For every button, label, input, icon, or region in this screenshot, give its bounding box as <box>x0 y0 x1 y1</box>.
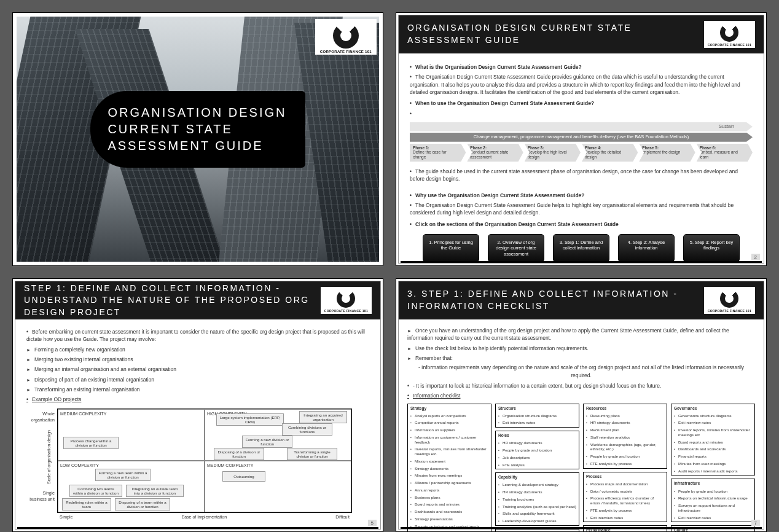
checklist-box: ProcessProcess maps and documentationDat… <box>583 472 667 523</box>
quad-box: Process change within a division or func… <box>63 437 119 449</box>
page-number: 5 <box>368 520 377 526</box>
logo-c-icon <box>333 23 359 49</box>
intro-text: Before embarking on current state assess… <box>26 328 369 343</box>
checklist-item: People by grade and location <box>498 448 576 453</box>
question-when: When to use the Organisation Design Curr… <box>410 100 753 107</box>
phase-arrow: Phase 3:Develop the high level design <box>525 144 581 162</box>
checklist-item: Competitor annual reports <box>410 420 488 425</box>
cover-title-box: ORGANISATION DESIGN CURRENT STATE ASSESS… <box>90 91 305 168</box>
checklist-item: Minutes from exec meetings <box>674 461 752 466</box>
nav-button[interactable]: 5. Step 3: Report key findings <box>683 234 740 262</box>
slide-header: ORGANISATION DESIGN CURRENT STATE ASSESS… <box>399 15 764 53</box>
checklist-item: Analyst reports on competitors <box>410 413 488 418</box>
quad-box: Forming a new division or function <box>242 436 292 448</box>
phase-arrow: Phase 2:Conduct current state assessment <box>467 144 523 162</box>
quad-box: Disposing of a team within a division or… <box>115 498 170 510</box>
project-type-bullet: Merging two existing internal organisati… <box>26 356 369 363</box>
checklist-item: Strategy documents <box>410 466 488 471</box>
checklist-column: StructureOrganisation structure diagrams… <box>495 404 579 533</box>
checklist-category-heading: Infrastructure <box>674 481 752 486</box>
checklist-item: FTE analysis <box>498 463 576 467</box>
brand-name: CORPORATE FINANCE 101 <box>708 43 751 47</box>
checklist-box: CapabilityLearning & development strateg… <box>495 472 579 526</box>
click-instruction: Click on the sections of the Organisatio… <box>410 221 753 228</box>
checklist-box: GovernanceGovernance structure diagramsE… <box>671 404 755 476</box>
checklist-item: Leadership development guides <box>498 518 576 523</box>
checklist-box: TalentHR strategy documentsLeadership tr… <box>495 529 579 532</box>
brand-logo-box: CORPORATE FINANCE 101 <box>315 19 377 55</box>
checklist-item: Resourcing plans <box>586 413 664 418</box>
slide-header: STEP 1: DEFINE AND COLLECT INFORMATION -… <box>15 281 380 319</box>
checklist-item: People by grade and location <box>674 489 752 494</box>
quad-box: Large system implementation (ERP, CRM) <box>216 413 284 426</box>
checklist-category-heading: Capability <box>498 475 576 480</box>
checklist-column: StrategyAnalyst reports on competitorsCo… <box>407 404 491 533</box>
checklist-item: Minutes from exec meetings <box>410 473 488 478</box>
slide-2-overview: ORGANISATION DESIGN CURRENT STATE ASSESS… <box>396 12 767 266</box>
checklist-item: Alliance / partnership agreements <box>410 480 488 485</box>
slide-header: 3. STEP 1: DEFINE AND COLLECT INFORMATIO… <box>399 281 764 319</box>
y-axis-bottom: Single business unit <box>26 490 55 503</box>
checklist-box: StructureOrganisation structure diagrams… <box>495 404 579 428</box>
checklist-item: Annual reports <box>410 488 488 493</box>
checklist-item: Mission statement <box>410 459 488 464</box>
checklist-item: Investor reports, minutes from sharehold… <box>674 428 752 437</box>
checklist-item: Exit interview notes <box>674 515 752 520</box>
nav-button[interactable]: 4. Step 2: Analyse information <box>618 234 675 262</box>
slide-3-step1-nature: STEP 1: DEFINE AND COLLECT INFORMATION -… <box>12 278 383 532</box>
checklist-item: Exit interview notes <box>586 515 664 520</box>
slide-title: ORGANISATION DESIGN CURRENT STATE ASSESS… <box>407 22 698 46</box>
example-heading: Example OD projects <box>26 396 369 403</box>
question-what: What is the Organisation Design Current … <box>410 63 753 71</box>
checklist-item: Dashboards and scorecards <box>674 447 752 452</box>
slide-1-cover: CORPORATE FINANCE 101 ORGANISATION DESIG… <box>12 12 383 266</box>
logo-c-icon <box>337 289 355 308</box>
checklist-item: HR strategy documents <box>498 440 576 445</box>
checklist-item: Board reports and minutes <box>410 502 488 507</box>
checklist-item: Staff retention analytics <box>586 435 664 440</box>
checklist-box: RolesHR strategy documentsPeople by grad… <box>495 431 579 469</box>
checklist-item: Workforce demographics (age, gender, eth… <box>586 442 664 452</box>
y-axis-top: Whole organisation <box>26 411 55 423</box>
project-type-bullet: Forming a completely new organisation <box>26 346 369 353</box>
sub-note-1: - Information requirements vary dependin… <box>407 364 755 379</box>
quad-box: Disposing of a division or function <box>214 448 264 460</box>
checklist-box: InfrastructurePeople by grade and locati… <box>671 479 755 522</box>
answer-why: The Organisation Design Current State As… <box>410 201 753 217</box>
slide-title: 3. STEP 1: DEFINE AND COLLECT INFORMATIO… <box>407 288 698 312</box>
checklist-category-heading: Process <box>586 474 664 479</box>
checklist-grid: StrategyAnalyst reports on competitorsCo… <box>407 404 755 533</box>
checklist-item: Exit interview notes <box>674 420 752 425</box>
project-type-bullet: Transforming an existing internal organi… <box>26 386 369 393</box>
bullet-remember: Remember that: <box>407 354 755 362</box>
checklist-item: Dashboards and scorecards <box>410 509 488 514</box>
checklist-item: Data / volumetric models <box>586 489 664 494</box>
nav-button[interactable]: 1. Principles for using the Guide <box>423 234 479 262</box>
page-number: 7 <box>751 520 760 526</box>
answer-what: The Organisation Design Current State As… <box>410 73 753 96</box>
quad-box: Forming a new team within a division or … <box>95 469 151 481</box>
checklist-item: Skills and capability framework <box>498 511 576 516</box>
nav-buttons-row: 1. Principles for using the Guide2. Over… <box>410 234 753 262</box>
sub-note-2: - It is important to look at historical … <box>407 382 755 389</box>
checklist-item: Investor reports, minutes from sharehold… <box>410 447 488 456</box>
brand-name: CORPORATE FINANCE 101 <box>708 309 751 313</box>
slide-title: STEP 1: DEFINE AND COLLECT INFORMATION -… <box>24 283 315 319</box>
checklist-item: FTE analysis by process <box>586 461 664 466</box>
quad-box: Outsourcing <box>222 471 265 482</box>
checklist-item: Surveys on support functions and infrast… <box>674 503 752 513</box>
quad-box: Integrating an outside team into a divis… <box>126 485 184 497</box>
checklist-item: Reports on technical infrastructure usag… <box>674 496 752 501</box>
phase-arrow: Phase 4:Develop the detailed design <box>582 144 638 162</box>
checklist-item: Business plans <box>410 495 488 500</box>
nav-button[interactable]: 2. Overview of org design current state … <box>488 234 544 262</box>
brand-logo-box: CORPORATE FINANCE 101 <box>321 287 372 314</box>
checklist-item: Audit reports / internal audit reports <box>674 469 752 474</box>
complexity-quadrant: MEDIUM COMPLEXITY Process change within … <box>57 409 352 513</box>
y-axis-label: Scale of organisation design <box>46 430 52 484</box>
quad-box: Transforming a single division or functi… <box>287 448 337 460</box>
nav-button[interactable]: 3. Step 1: Define and collect informatio… <box>553 234 609 262</box>
checklist-item: Information on suppliers <box>410 428 488 432</box>
checklist-item: HR strategy documents <box>586 420 664 425</box>
change-mgmt-bar: Change management, programme management … <box>410 133 753 142</box>
